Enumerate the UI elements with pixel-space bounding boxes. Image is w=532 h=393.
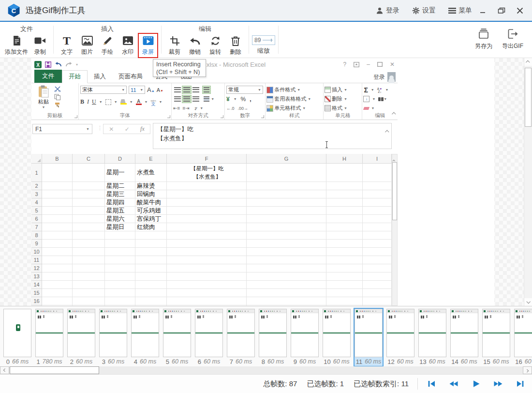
excel-tab: 页面布局 <box>112 71 149 83</box>
last-frame-button[interactable] <box>514 378 527 390</box>
grid-cell <box>135 281 167 289</box>
frame-index: 7 <box>230 358 233 365</box>
filmstrip-frame-15[interactable]: 1560 ms <box>481 308 511 366</box>
grid-row: 6星期六宫保鸡丁 <box>31 215 392 223</box>
excel-tab: 文件 <box>34 70 62 83</box>
mini-text <box>70 316 71 318</box>
add-file-button[interactable]: 添加文件 <box>3 33 30 58</box>
play-button[interactable] <box>469 378 483 390</box>
watermark-icon <box>122 34 133 47</box>
frame-thumbnail[interactable] <box>386 309 414 357</box>
filmstrip-frame-7[interactable]: 760 ms <box>226 308 256 366</box>
grid-cell: 星期二 <box>105 182 135 190</box>
save-as-button[interactable]: 另存为 <box>469 28 498 50</box>
delete-button[interactable]: 删除 <box>225 33 246 58</box>
crop-button[interactable]: 裁剪 <box>164 33 185 58</box>
frame-thumbnail[interactable] <box>291 309 319 357</box>
minimize-button[interactable] <box>476 4 490 17</box>
frame-thumbnail[interactable] <box>227 309 255 357</box>
toolbar-group-zoom: 89 缩放 <box>252 23 275 55</box>
grid-cell <box>73 281 105 289</box>
frame-duration: 60 ms <box>525 358 532 365</box>
insert-image-button[interactable]: 图片 <box>77 33 97 58</box>
frame-index: 12 <box>387 358 394 365</box>
grid-cell <box>326 164 363 182</box>
frame-thumbnail[interactable] <box>418 309 446 357</box>
frame-thumbnail[interactable] <box>195 309 223 357</box>
scroll-up-button[interactable] <box>524 58 532 66</box>
frame-label: 1260 ms <box>386 357 414 366</box>
first-frame-button[interactable] <box>425 378 438 390</box>
horizontal-scroll-thumb[interactable] <box>10 366 99 374</box>
scroll-down-button[interactable] <box>524 298 532 306</box>
insert-draw-button[interactable]: 手绘 <box>97 33 118 58</box>
filmstrip-frame-5[interactable]: 560 ms <box>162 308 192 366</box>
rewind-button[interactable] <box>447 378 460 390</box>
rotate-button[interactable]: 旋转 <box>205 33 225 58</box>
filmstrip-frame-14[interactable]: 1460 ms <box>449 308 479 366</box>
insert-text-button[interactable]: T 文字 <box>57 33 77 58</box>
frame-thumbnail[interactable] <box>3 309 31 357</box>
canvas-vertical-scrollbar[interactable] <box>524 58 532 306</box>
main-toolbar: 文件 添加文件 录制 插入 T 文字 <box>0 23 532 58</box>
filmstrip-frame-1[interactable]: 1780 ms <box>34 308 64 366</box>
filmstrip-frame-2[interactable]: 260 ms <box>66 308 96 366</box>
cancel-entry-icon: ✕ <box>109 126 114 133</box>
minimize-icon <box>480 7 487 14</box>
zoom-spinner[interactable]: 89 <box>252 35 275 45</box>
grid-cell <box>167 231 247 240</box>
mini-ribbon <box>100 309 127 313</box>
filmstrip-frame-9[interactable]: 960 ms <box>290 308 320 366</box>
frame-thumbnail[interactable] <box>355 309 383 357</box>
grid-cell <box>135 256 167 264</box>
grid-cell <box>73 215 105 223</box>
frame-thumbnail[interactable] <box>131 309 159 357</box>
frame-thumbnail[interactable] <box>35 309 63 357</box>
filmstrip-frame-4[interactable]: 460 ms <box>130 308 160 366</box>
close-button[interactable] <box>513 4 527 17</box>
scroll-left-button[interactable] <box>0 366 9 374</box>
format-table-icon <box>267 96 273 102</box>
filmstrip-scrollbar[interactable] <box>0 366 532 374</box>
filmstrip-frame-10[interactable]: 1060 ms <box>322 308 352 366</box>
selected-index-status: 已选帧数索引: 11 <box>354 379 409 389</box>
frame-thumbnail[interactable] <box>99 309 127 357</box>
frame-thumbnail[interactable] <box>67 309 95 357</box>
grid-cell <box>326 297 363 305</box>
frame-label: 1780 ms <box>35 357 63 366</box>
scroll-right-button[interactable] <box>523 366 532 374</box>
filmstrip-frame-3[interactable]: 360 ms <box>98 308 128 366</box>
undo-button[interactable]: 撤销 <box>185 33 205 58</box>
vertical-scroll-thumb[interactable] <box>525 68 532 127</box>
filmstrip-frame-12[interactable]: 1260 ms <box>385 308 415 366</box>
screen-record-button[interactable]: 录屏 <box>138 33 158 58</box>
filmstrip-frame-13[interactable]: 1360 ms <box>417 308 447 366</box>
grid-cell <box>42 207 73 215</box>
export-gif-button[interactable]: 导出GIF <box>498 28 527 50</box>
filmstrip-frame-16[interactable]: 1660 ms <box>513 308 532 366</box>
login-button[interactable]: 登录 <box>376 6 399 15</box>
column-header: D <box>105 154 135 164</box>
record-button[interactable]: 录制 <box>30 33 50 58</box>
filmstrip-frame-11[interactable]: 1160 ms <box>354 308 384 366</box>
editor-canvas[interactable]: X ▾ xlsx - Microsoft Excel ? <box>0 58 532 306</box>
settings-button[interactable]: 设置 <box>412 6 436 15</box>
frame-thumbnail[interactable] <box>259 309 287 357</box>
frame-duration: 60 ms <box>108 358 124 365</box>
mini-green-line <box>100 333 127 333</box>
menu-button[interactable]: 菜单 <box>448 6 472 15</box>
filmstrip-frame-0[interactable]: 066 ms <box>2 308 32 366</box>
maximize-button[interactable] <box>494 4 509 17</box>
zoom-slider[interactable] <box>263 40 273 41</box>
fast-forward-button[interactable] <box>491 378 505 390</box>
frame-thumbnail[interactable] <box>163 309 191 357</box>
frame-thumbnail[interactable] <box>323 309 351 357</box>
filmstrip-frame-8[interactable]: 860 ms <box>258 308 288 366</box>
frame-thumbnail[interactable] <box>450 309 478 357</box>
frame-thumbnail[interactable] <box>482 309 510 357</box>
insert-watermark-button[interactable]: 水印 <box>118 33 138 58</box>
frame-duration: 60 ms <box>461 358 477 365</box>
frame-thumbnail[interactable] <box>514 309 532 357</box>
grid-cell <box>363 223 392 231</box>
filmstrip-frame-6[interactable]: 660 ms <box>194 308 224 366</box>
